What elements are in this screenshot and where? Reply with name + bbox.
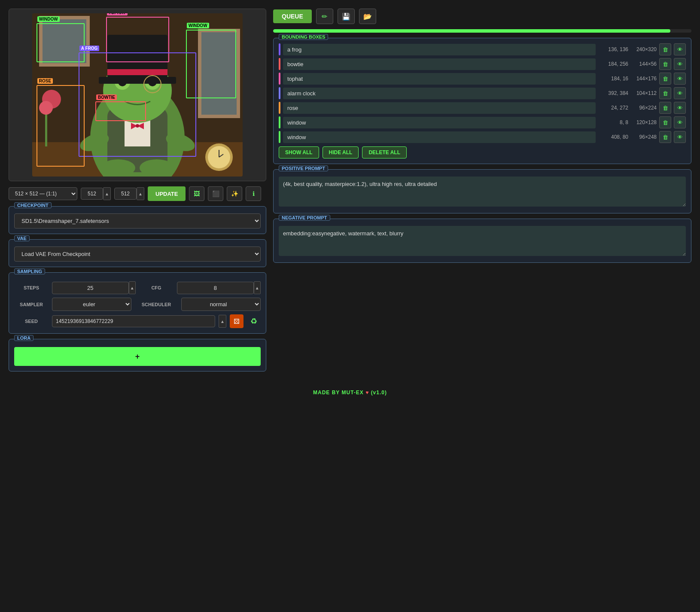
bbox-delete-window-1[interactable]: 🗑 [659,116,671,128]
svg-point-30 [101,159,135,177]
checkpoint-section: CHECKPOINT SD1.5\Dreamshaper_7.safetenso… [9,206,266,234]
bbox-name-window-2[interactable] [283,131,596,143]
bbox-name-alarm-clock[interactable] [283,88,596,99]
bbox-coords-tophat: 184, 16 [598,76,628,82]
bbox-delete-alarm-clock[interactable]: 🗑 [659,87,671,99]
sampler-row: SAMPLER eulerdpm++2mddim SCHEDULER norma… [14,298,261,311]
bbox-color-alarm-clock [279,87,280,99]
bbox-name-frog[interactable] [283,44,596,55]
footer: MADE BY MUT-EX ♥ (v1.0) [9,390,691,396]
height-input-group: ▲ [114,187,144,200]
sampling-section: SAMPLING STEPS ▲ CFG ▲ SAMPLER eulerdpm+… [9,272,266,334]
bbox-eye-window-2[interactable]: 👁 [674,131,686,143]
negative-prompt-textarea[interactable] [279,226,686,256]
cfg-label: CFG [139,285,173,290]
width-arrow[interactable]: ▲ [103,187,111,200]
image-container: WINDOW TOPHAT WINDOW BOWTIE A FROG ROSE [9,9,266,181]
bbox-row-frog: 136, 136 240×320 🗑 👁 [279,43,686,55]
bbox-delete-tophat[interactable]: 🗑 [659,73,671,85]
bbox-eye-window-1[interactable]: 👁 [674,116,686,128]
seed-arrow[interactable]: ▲ [219,315,226,328]
negative-prompt-section: NEGATIVE PROMPT [273,219,691,263]
eraser-icon-button[interactable]: ✏ [316,9,333,24]
crop-icon-button[interactable]: ⬛ [208,186,223,201]
steps-input-group: ▲ [52,281,136,294]
bbox-delete-window-2[interactable]: 🗑 [659,131,671,143]
bbox-size-window-1: 120×128 [631,119,657,125]
width-input-group: ▲ [81,187,111,200]
wand-icon-button[interactable]: ✨ [227,186,242,201]
bbox-color-bowtie [279,58,280,70]
bbox-eye-frog[interactable]: 👁 [674,43,686,55]
scheduler-dropdown[interactable]: normalkarrasexponential [181,298,261,311]
resolution-dropdown[interactable]: 512 × 512 — (1:1) [9,187,77,200]
cfg-input-group: ▲ [177,281,261,294]
seed-row: SEED ▲ ⚄ ♻ [14,314,261,328]
bbox-size-frog: 240×320 [631,46,657,52]
bbox-size-alarm-clock: 104×112 [631,90,657,96]
bbox-eye-tophat[interactable]: 👁 [674,73,686,85]
bbox-name-rose[interactable] [283,102,596,114]
bbox-coords-alarm-clock: 392, 384 [598,90,628,96]
bbox-delete-bowtie[interactable]: 🗑 [659,58,671,70]
bbox-label-window-2: WINDOW [187,23,209,28]
bbox-eye-rose[interactable]: 👁 [674,102,686,114]
sampler-dropdown[interactable]: eulerdpm++2mddim [52,298,131,311]
height-arrow[interactable]: ▲ [137,187,144,200]
folder-icon-button[interactable]: 📂 [359,9,376,24]
bbox-delete-frog[interactable]: 🗑 [659,43,671,55]
sampler-label: SAMPLER [14,302,49,307]
bbox-coords-rose: 24, 272 [598,105,628,111]
bbox-eye-bowtie[interactable]: 👁 [674,58,686,70]
bounding-boxes-section: BOUNDING BOXES 136, 136 240×320 🗑 👁 184,… [273,38,691,164]
hide-all-button[interactable]: HIDE ALL [323,146,359,158]
bbox-rose: ROSE [37,85,85,167]
bbox-label-frog: A FROG [79,46,100,51]
steps-input[interactable] [52,282,129,294]
progress-bar-fill [273,29,670,33]
show-all-button[interactable]: SHOW ALL [279,146,319,158]
height-input[interactable] [114,188,137,200]
footer-heart: ♥ [365,390,369,396]
bbox-actions: SHOW ALL HIDE ALL DELETE ALL [279,146,686,158]
steps-arrow[interactable]: ▲ [129,281,136,294]
cfg-arrow[interactable]: ▲ [254,281,261,294]
info-icon-button[interactable]: ℹ [246,186,261,201]
right-top-bar: QUEUE ✏ 💾 📂 [273,9,691,24]
bbox-name-bowtie[interactable] [283,58,596,70]
bbox-row-rose: 24, 272 96×224 🗑 👁 [279,102,686,114]
add-lora-button[interactable]: + [14,347,261,366]
delete-all-button[interactable]: DELETE ALL [362,146,407,158]
bbox-color-rose [279,102,280,114]
bbox-coords-window-2: 408, 80 [598,134,628,140]
bbox-color-window-2 [279,131,280,143]
bbox-eye-alarm-clock[interactable]: 👁 [674,87,686,99]
controls-bar: 512 × 512 — (1:1) ▲ ▲ UPDATE 🖼 ⬛ ✨ ℹ [9,186,266,201]
bbox-name-window-1[interactable] [283,117,596,128]
steps-cfg-row: STEPS ▲ CFG ▲ [14,281,261,294]
save-icon-button[interactable]: 💾 [338,9,355,24]
bbox-name-tophat[interactable] [283,73,596,85]
seed-input[interactable] [52,315,215,327]
queue-button[interactable]: QUEUE [273,9,312,23]
positive-prompt-textarea[interactable] [279,177,686,207]
dice-button[interactable]: ⚄ [230,314,243,328]
checkpoint-dropdown[interactable]: SD1.5\Dreamshaper_7.safetensors [14,213,261,228]
refresh-button[interactable]: ♻ [247,314,261,328]
bbox-row-tophat: 184, 16 144×176 🗑 👁 [279,73,686,85]
positive-prompt-section: POSITIVE PROMPT [273,169,691,213]
bbox-delete-rose[interactable]: 🗑 [659,102,671,114]
bbox-color-frog [279,43,280,55]
update-button[interactable]: UPDATE [148,186,186,201]
bbox-row-window-2: 408, 80 96×248 🗑 👁 [279,131,686,143]
width-input[interactable] [81,188,103,200]
bounding-boxes-label: BOUNDING BOXES [279,34,328,40]
steps-label: STEPS [14,285,49,290]
vae-dropdown[interactable]: Load VAE From Checkpoint [14,247,261,262]
bbox-coords-window-1: 8, 8 [598,119,628,125]
bbox-color-tophat [279,73,280,85]
cfg-input[interactable] [177,282,254,294]
lora-label: LORA [14,335,33,341]
bbox-size-window-2: 96×248 [631,134,657,140]
image-icon-button[interactable]: 🖼 [189,186,204,201]
